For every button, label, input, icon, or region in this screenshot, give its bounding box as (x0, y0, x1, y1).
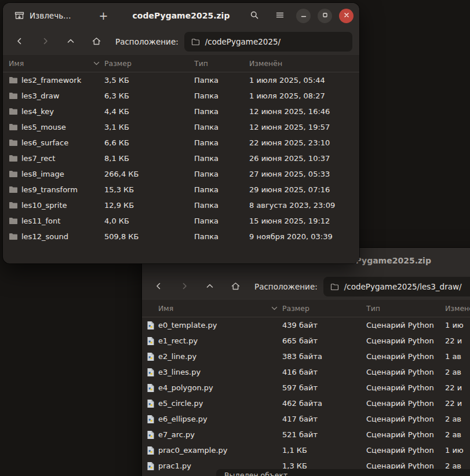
file-type: Папка (194, 217, 249, 225)
file-name: e3_lines.py (158, 368, 282, 376)
column-header-name[interactable]: Имя (158, 304, 282, 313)
table-row[interactable]: les2_framework 3,5 КБ Папка 1 июля 2025,… (3, 72, 359, 88)
file-type: Сценарий Python (366, 430, 445, 439)
menu-button[interactable] (271, 6, 289, 25)
folder-icon (9, 92, 21, 100)
forward-button[interactable] (174, 277, 194, 296)
file-size: 521 байт (282, 430, 366, 439)
file-size: 4,4 КБ (104, 107, 194, 116)
titlebar-right-controls (245, 6, 354, 25)
folder-icon (9, 170, 21, 178)
column-header-name[interactable]: Имя (9, 59, 104, 68)
column-header-modified[interactable]: Изменён (249, 59, 359, 68)
file-type: Сценарий Python (366, 336, 445, 345)
table-row[interactable]: e1_rect.py 665 байт Сценарий Python 22 и (142, 333, 470, 349)
add-files-button[interactable]: + (92, 8, 115, 24)
column-header-size[interactable]: Размер (104, 59, 194, 68)
table-row[interactable]: e3_lines.py 416 байт Сценарий Python 2 а… (142, 364, 470, 380)
table-row[interactable]: e0_template.py 439 байт Сценарий Python … (142, 317, 470, 333)
table-row[interactable]: prac0_example.py 1,1 КБ Сценарий Python … (142, 442, 470, 458)
file-size: 15,3 КБ (104, 185, 194, 194)
file-modified: 1 июля 2025, 08:27 (249, 91, 359, 100)
column-headers: Имя Размер Тип Изменён (3, 55, 359, 72)
back-button[interactable] (10, 32, 30, 52)
maximize-button[interactable] (318, 9, 332, 23)
folder-icon (9, 139, 21, 147)
column-header-type[interactable]: Тип (366, 304, 445, 313)
file-modified: 1 ию (445, 446, 470, 455)
location-input[interactable]: /codePygame2025/ (184, 32, 352, 52)
chevron-up-icon (66, 36, 75, 47)
file-modified: 1 ав (445, 352, 470, 361)
file-name: les7_rect (21, 154, 104, 163)
file-table: e0_template.py 439 байт Сценарий Python … (142, 317, 470, 474)
table-row[interactable]: e2_line.py 383 байта Сценарий Python 1 а… (142, 349, 470, 364)
search-button[interactable] (245, 6, 264, 25)
table-row[interactable]: les8_image 266,4 КБ Папка 27 июня 2025, … (3, 166, 359, 182)
minimize-button[interactable] (296, 9, 311, 23)
file-name: les2_framework (21, 76, 104, 85)
table-row[interactable]: les7_rect 8,1 КБ Папка 26 июня 2025, 10:… (3, 151, 359, 166)
sort-chevron-icon (93, 61, 100, 65)
table-row[interactable]: les10_sprite 12,9 КБ Папка 8 августа 202… (3, 197, 359, 213)
file-modified: 22 и (445, 399, 470, 408)
file-size: 665 байт (282, 336, 366, 345)
selection-statusbar: Выделен объект (216, 469, 470, 476)
file-name: les8_image (21, 170, 104, 178)
hamburger-menu-icon (275, 10, 285, 21)
table-row[interactable]: les11_font 4,0 КБ Папка 15 июня 2025, 19… (3, 213, 359, 229)
file-size: 597 байт (282, 383, 366, 392)
table-row[interactable]: les12_sound 509,8 КБ Папка 9 ноября 2020… (3, 229, 359, 244)
back-button[interactable] (149, 277, 169, 296)
file-modified: 1 июля 2025, 05:44 (249, 76, 359, 85)
folder-small-icon (330, 283, 339, 291)
table-row[interactable]: les9_transform 15,3 КБ Папка 29 июня 202… (3, 182, 359, 197)
file-modified: 8 августа 2023, 23:09 (249, 201, 359, 210)
file-size: 439 байт (282, 321, 366, 329)
file-size: 12,9 КБ (104, 201, 194, 210)
location-label: Расположение: (115, 37, 178, 46)
table-row[interactable]: les6_surface 6,6 КБ Папка 22 июня 2025, … (3, 135, 359, 151)
file-type: Сценарий Python (366, 352, 445, 361)
sort-chevron-icon (271, 306, 278, 310)
home-button[interactable] (86, 32, 106, 52)
forward-button[interactable] (35, 32, 55, 52)
chevron-right-icon (180, 281, 189, 292)
file-name: les5_mouse (21, 123, 104, 131)
file-type: Папка (194, 154, 249, 163)
folder-small-icon (191, 38, 200, 46)
column-header-modified[interactable]: Изменён (445, 304, 470, 313)
titlebar[interactable]: Извлечь… + codePygame2025.zip (3, 3, 359, 28)
archive-window-root: Извлечь… + codePygame2025.zip (3, 3, 359, 263)
close-button[interactable] (339, 9, 354, 23)
table-row[interactable]: e4_polygon.py 597 байт Сценарий Python 2… (142, 380, 470, 396)
file-name: e7_arc.py (158, 430, 282, 439)
column-header-size[interactable]: Размер (282, 304, 366, 313)
column-header-type[interactable]: Тип (194, 59, 249, 68)
file-type: Папка (194, 185, 249, 194)
python-file-icon (147, 446, 158, 455)
file-type: Папка (194, 107, 249, 116)
location-input[interactable]: /codePygame2025/les3_draw/ (323, 277, 470, 296)
file-type: Сценарий Python (366, 383, 445, 392)
table-row[interactable]: les5_mouse 3,1 КБ Папка 12 июня 2025, 19… (3, 119, 359, 135)
home-icon (92, 36, 101, 47)
file-modified: 2 ав (445, 415, 470, 423)
file-modified: 22 июня 2025, 23:10 (249, 138, 359, 147)
file-modified: 27 июня 2025, 05:33 (249, 170, 359, 178)
file-table: les2_framework 3,5 КБ Папка 1 июля 2025,… (3, 72, 359, 244)
table-row[interactable]: les4_key 4,4 КБ Папка 12 июня 2025, 16:4… (3, 104, 359, 119)
file-type: Папка (194, 170, 249, 178)
home-button[interactable] (225, 277, 245, 296)
table-row[interactable]: e5_circle.py 462 байта Сценарий Python 2… (142, 396, 470, 411)
file-name: les9_transform (21, 185, 104, 194)
file-name: les10_sprite (21, 201, 104, 210)
table-row[interactable]: les3_draw 6,3 КБ Папка 1 июля 2025, 08:2… (3, 88, 359, 104)
up-button[interactable] (61, 32, 81, 52)
extract-button[interactable]: Извлечь… (9, 8, 77, 24)
file-type: Папка (194, 76, 249, 85)
file-name: les3_draw (21, 91, 104, 100)
table-row[interactable]: e6_ellipse.py 417 байт Сценарий Python 2… (142, 411, 470, 427)
table-row[interactable]: e7_arc.py 521 байт Сценарий Python 2 ав (142, 427, 470, 442)
up-button[interactable] (200, 277, 220, 296)
